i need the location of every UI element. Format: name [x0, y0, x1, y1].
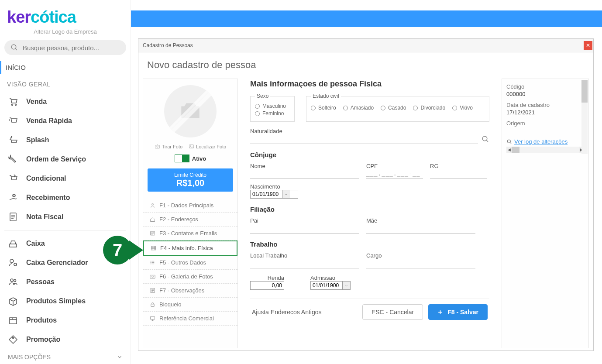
nav-venda[interactable]: Venda	[4, 92, 126, 111]
radio-masculino[interactable]: Masculino	[255, 103, 290, 109]
search-icon[interactable]	[482, 135, 489, 143]
radio-amasiado[interactable]: Amasiado	[343, 105, 374, 111]
tab-list: F1 - Dados Principais F2 - Endereços F3 …	[143, 199, 237, 326]
nascimento-date[interactable]	[250, 190, 298, 199]
credit-label: Limite Crédito	[148, 172, 233, 178]
tab-bloqueio[interactable]: Bloqueio	[143, 298, 237, 312]
tab-f2[interactable]: F2 - Endereços	[143, 213, 237, 227]
nav-more-options[interactable]: MAIS OPÇÕES	[4, 349, 126, 364]
vertical-scrollbar[interactable]	[581, 80, 588, 154]
nascimento-input[interactable]	[251, 190, 282, 198]
tab-f6[interactable]: F6 - Galeria de Fotos	[143, 270, 237, 284]
note-icon	[149, 287, 156, 294]
user-gear-icon	[8, 258, 18, 268]
radio-divorciado[interactable]: Divorciado	[413, 105, 445, 111]
tab-f1[interactable]: F1 - Dados Principais	[143, 199, 237, 213]
modal-titlebar: Cadastro de Pessoas ✕	[138, 39, 593, 52]
chevron-down-icon[interactable]	[282, 190, 290, 198]
right-panel: Código 000000 Data de cadastro 17/12/202…	[502, 79, 589, 348]
naturalidade-input[interactable]	[250, 134, 478, 144]
conjuge-heading: Cônjuge	[250, 151, 489, 158]
nascimento-label: Nascimento	[250, 183, 298, 190]
ver-log-link[interactable]: Ver log de alterações	[506, 138, 584, 145]
chevron-down-icon[interactable]	[342, 282, 350, 289]
close-button[interactable]: ✕	[584, 41, 592, 50]
svg-point-0	[11, 45, 16, 49]
credit-limit-button[interactable]: Limite Crédito R$1,00	[148, 168, 233, 192]
nav-recebimento[interactable]: Recebimento	[4, 188, 126, 207]
nav-label: Venda	[26, 98, 47, 106]
tab-referencia[interactable]: Referência Comercial	[143, 312, 237, 326]
svg-line-1	[15, 48, 17, 50]
tab-f4[interactable]: F4 - Mais info. Física	[143, 240, 237, 256]
svg-point-30	[482, 136, 487, 141]
cargo-input[interactable]	[366, 259, 475, 268]
tab-f5[interactable]: F5 - Outros Dados	[143, 256, 237, 270]
conjuge-cpf-input[interactable]: ___.___.___-__	[366, 169, 423, 179]
radio-solteiro[interactable]: Solteiro	[311, 105, 336, 111]
horizontal-scrollbar[interactable]: ◀ ▶	[506, 147, 584, 153]
box-icon	[8, 315, 18, 326]
app-logo: kercótica	[7, 8, 124, 27]
svg-point-22	[151, 261, 151, 261]
nav-nota-fiscal[interactable]: Nota Fiscal	[4, 207, 126, 227]
active-toggle[interactable]: Ativo	[143, 155, 237, 162]
renda-input[interactable]	[250, 281, 284, 290]
radio-icon	[343, 106, 348, 110]
contact-icon	[149, 230, 156, 237]
logo-subtitle[interactable]: Alterar Logo da Empresa	[4, 28, 126, 35]
svg-rect-6	[10, 244, 17, 247]
radio-viuvo[interactable]: Viúvo	[452, 105, 473, 111]
conjuge-nome-input[interactable]	[250, 169, 359, 179]
conjuge-rg-input[interactable]	[430, 169, 487, 179]
take-photo-button[interactable]: Tirar Foto	[155, 144, 182, 149]
admissao-input[interactable]	[311, 282, 342, 289]
nav-produtos[interactable]: Produtos	[4, 311, 126, 330]
nav-promocao[interactable]: Promoção	[4, 330, 126, 349]
sexo-fieldset: Sexo Masculino Feminino	[250, 93, 295, 122]
nav-produtos-simples[interactable]: Produtos Simples	[4, 292, 126, 311]
radio-feminino[interactable]: Feminino	[255, 110, 290, 117]
data-cadastro-value: 17/12/2021	[506, 109, 584, 116]
local-trabalho-input[interactable]	[250, 259, 359, 268]
renda-label: Renda	[268, 275, 284, 281]
origem-value	[506, 127, 584, 134]
local-trabalho-label: Local Trabalho	[250, 252, 359, 259]
invoice-icon	[8, 212, 18, 222]
nav-splash[interactable]: Splash	[4, 130, 126, 150]
save-button[interactable]: F8 - Salvar	[428, 304, 488, 320]
nav-label: Caixa	[26, 240, 45, 247]
list-icon	[149, 259, 156, 266]
cart-arrow-icon	[8, 173, 18, 184]
find-photo-button[interactable]: Localizar Foto	[189, 144, 226, 149]
sexo-legend: Sexo	[255, 93, 270, 99]
svg-line-35	[510, 142, 511, 144]
scroll-left-icon[interactable]: ◀	[506, 147, 512, 153]
nav-pessoas[interactable]: Pessoas	[4, 272, 126, 292]
tab-f3[interactable]: F3 - Contatos e Emails	[143, 227, 237, 240]
toggle-switch-icon	[175, 155, 189, 162]
radio-icon	[452, 106, 457, 110]
pai-input[interactable]	[250, 224, 359, 234]
nav-label: Pessoas	[26, 278, 55, 286]
admissao-date[interactable]	[310, 281, 351, 290]
mae-input[interactable]	[366, 224, 475, 234]
search-box[interactable]	[4, 40, 126, 55]
nav-inicio[interactable]: INÍCIO	[0, 61, 126, 74]
nav-venda-rapida[interactable]: Venda Rápida	[4, 111, 126, 130]
radio-casado[interactable]: Casado	[381, 105, 406, 111]
cart-fast-icon	[8, 116, 18, 126]
photo-placeholder[interactable]	[164, 85, 217, 137]
nav-condicional[interactable]: Condicional	[4, 169, 126, 188]
cargo-label: Cargo	[366, 252, 475, 259]
search-input[interactable]	[23, 44, 120, 52]
modal-heading: Novo cadastro de pessoa	[138, 52, 593, 79]
nav-section-header: VISÃO GERAL	[4, 78, 126, 92]
nav-ordem-servico[interactable]: Ordem de Serviço	[4, 150, 126, 169]
radio-icon	[255, 111, 260, 116]
cancel-button[interactable]: ESC - Cancelar	[362, 304, 423, 320]
sidebar: kercótica Alterar Logo da Empresa INÍCIO…	[0, 0, 131, 364]
nav-label: Promoção	[26, 336, 60, 343]
tab-f7[interactable]: F7 - Observações	[143, 284, 237, 298]
nav-label: Produtos Simples	[26, 297, 86, 305]
